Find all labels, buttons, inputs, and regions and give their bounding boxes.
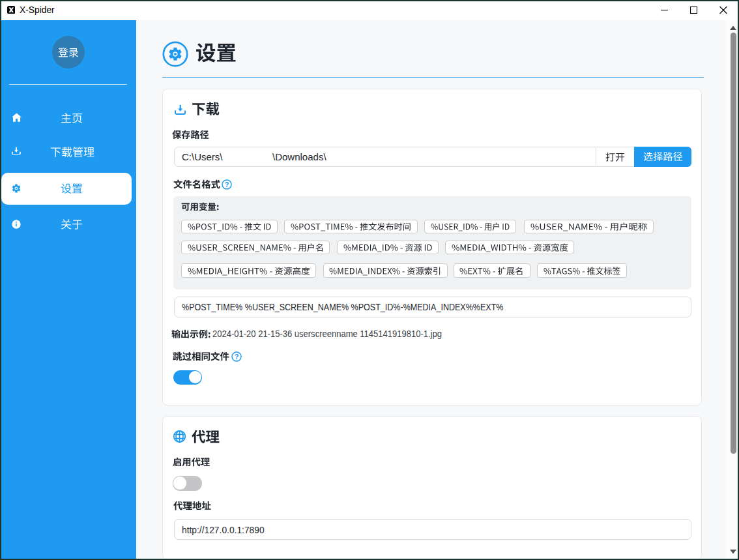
svg-text:?: ? (235, 352, 239, 360)
svg-text:?: ? (225, 181, 229, 188)
